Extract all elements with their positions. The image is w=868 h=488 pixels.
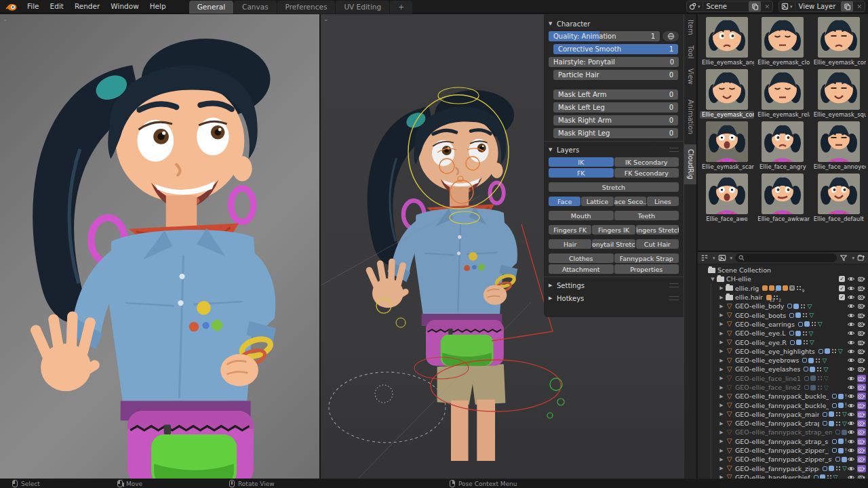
camera-toggle[interactable] <box>857 348 866 355</box>
datablock-name[interactable]: GEO-ellie_fannypack_strap <box>735 420 819 427</box>
camera-toggle[interactable] <box>857 357 866 364</box>
scene-unlink-button[interactable]: ✕ <box>762 3 772 10</box>
datablock-name[interactable]: GEO-ellie_boots <box>735 312 786 319</box>
eye-icon[interactable] <box>847 357 855 364</box>
rig-property-button[interactable]: Quality: Animation1 <box>549 31 660 41</box>
layer-button[interactable]: Clothes <box>549 253 614 263</box>
scene-icon[interactable]: ▾ <box>687 3 703 10</box>
outliner-row[interactable]: ▶ ▽ GEO-ellie_face_line2 ▽ ✓ <box>698 383 868 392</box>
datablock-name[interactable]: GEO-ellie_fannypack_main <box>735 411 819 418</box>
expander-icon[interactable]: ▶ <box>718 340 725 345</box>
datablock-name[interactable]: CH-ellie <box>726 275 751 283</box>
eye-icon[interactable] <box>847 293 855 301</box>
outliner-row[interactable]: ▶ ▽ GEO-ellie_fannypack_strap_end ✓ <box>698 428 868 436</box>
view-layer-selector[interactable]: ▾ View Layer ✕ <box>778 1 865 12</box>
datablock-name[interactable]: GEO-ellie_eye.L <box>735 329 786 337</box>
datablock-name[interactable]: GEO-ellie_fannypack_zippers <box>735 465 819 472</box>
camera-toggle[interactable] <box>857 365 866 373</box>
eye-icon[interactable] <box>847 302 855 310</box>
asset-thumbnail[interactable] <box>762 174 804 214</box>
datablock-name[interactable]: GEO-ellie_eye.R <box>735 339 787 346</box>
eye-icon[interactable] <box>847 447 855 454</box>
eye-icon[interactable] <box>847 420 855 427</box>
blender-logo-icon[interactable] <box>5 2 18 12</box>
camera-toggle[interactable] <box>857 474 866 479</box>
camera-toggle[interactable] <box>857 392 866 400</box>
outliner-row[interactable]: ▼ CH-ellie ✓ <box>698 274 868 283</box>
camera-toggle[interactable] <box>857 329 866 337</box>
asset-item[interactable]: Ellie_eyemask_relax... <box>755 69 810 119</box>
render-preview-editor[interactable]: ⌄ <box>0 14 320 479</box>
outliner-row[interactable]: ▶ ▽ GEO-ellie_fannypack_buckle_int ! ✓ <box>698 401 868 409</box>
asset-thumbnail[interactable] <box>706 69 748 110</box>
workspace-tab[interactable]: + <box>390 1 412 14</box>
mask-button[interactable]: Mask Left Arm0 <box>553 89 678 100</box>
outliner-row[interactable]: ▶ ellie.rig ✕ ✓ <box>698 284 868 293</box>
asset-thumbnail[interactable] <box>706 174 748 214</box>
camera-toggle[interactable] <box>857 339 866 346</box>
outliner-row[interactable]: ▶ ellie.hair ✓ <box>698 293 868 302</box>
expander-icon[interactable]: ▶ <box>718 403 725 408</box>
layer-button[interactable]: Hair <box>549 239 591 249</box>
workspace-tab[interactable]: Preferences <box>277 1 336 14</box>
eye-icon[interactable] <box>847 455 855 463</box>
eye-icon[interactable] <box>847 392 855 400</box>
globe-icon[interactable] <box>663 31 679 41</box>
asset-thumbnail[interactable] <box>706 17 748 58</box>
menu-edit[interactable]: Edit <box>45 0 69 13</box>
outliner-row[interactable]: ▶ ▽ GEO-ellie_fannypack_strap ▽ ✓ <box>698 419 868 428</box>
datablock-name[interactable]: GEO-ellie_eyebrows <box>735 357 799 364</box>
eye-icon[interactable] <box>847 348 855 355</box>
expander-icon[interactable]: ▶ <box>718 394 725 399</box>
display-mode-icon[interactable] <box>718 254 726 262</box>
outliner-row[interactable]: ▶ ▽ GEO-ellie_earrings ▽ ✓ <box>698 320 868 329</box>
section-header-hotkeys[interactable]: ▶ Hotkeys <box>549 293 679 304</box>
expander-icon[interactable]: ▶ <box>718 321 725 327</box>
layer-button[interactable]: Fingers FK <box>549 225 591 235</box>
eye-icon[interactable] <box>847 465 855 472</box>
sidebar-tab-view[interactable]: View <box>684 64 697 89</box>
expander-icon[interactable]: ▶ <box>718 285 725 291</box>
expander-icon[interactable]: ▶ <box>718 312 725 318</box>
expander-icon[interactable]: ▶ <box>718 457 725 462</box>
outliner-row[interactable]: Scene Collection ✓ <box>698 266 868 274</box>
datablock-name[interactable]: GEO-ellie_fannypack_buckle_int <box>735 402 829 409</box>
checkbox-icon[interactable]: ✓ <box>839 276 845 282</box>
layer-button[interactable]: Lattice <box>581 197 613 206</box>
view-layer-icon[interactable]: ▾ <box>779 3 795 10</box>
expander-icon[interactable]: ▶ <box>718 385 725 390</box>
layer-button[interactable]: Lines <box>647 197 679 206</box>
asset-item[interactable]: Ellie_face_default <box>811 174 867 223</box>
sidebar-tab-tool[interactable]: Tool <box>684 41 697 63</box>
expander-icon[interactable]: ▼ <box>709 277 716 282</box>
datablock-name[interactable]: GEO-ellie_fannypack_strap_slide <box>735 438 829 445</box>
expander-icon[interactable]: ▶ <box>718 331 725 336</box>
expander-icon[interactable]: ▶ <box>718 375 725 381</box>
expander-icon[interactable]: ▶ <box>718 411 725 417</box>
eye-icon[interactable] <box>847 329 855 337</box>
expander-icon[interactable]: ▶ <box>718 439 725 444</box>
mask-button[interactable]: Mask Right Leg0 <box>553 128 678 138</box>
workspace-tab[interactable]: Canvas <box>234 1 277 14</box>
view-layer-remove-button[interactable]: ✕ <box>854 3 865 10</box>
sidebar-tab-item[interactable]: Item <box>684 15 697 40</box>
camera-toggle[interactable] <box>857 375 866 382</box>
scene-copy-button[interactable] <box>749 1 761 12</box>
asset-thumbnail[interactable] <box>762 121 804 162</box>
outliner-row[interactable]: ▶ ▽ GEO-ellie_fannypack_strap_slide ! ✓ <box>698 437 868 446</box>
layer-button[interactable]: Face <box>549 197 580 206</box>
datablock-name[interactable]: GEO-ellie_face_line2 <box>735 384 801 391</box>
layer-button[interactable]: FK Secondary <box>614 168 679 178</box>
scene-name[interactable]: Scene <box>703 3 749 10</box>
asset-thumbnail[interactable] <box>818 174 860 214</box>
layer-button[interactable]: Face Seco... <box>614 197 646 206</box>
expander-icon[interactable]: ▶ <box>718 295 725 300</box>
eye-icon[interactable] <box>847 339 855 346</box>
eye-icon[interactable] <box>847 384 855 391</box>
outliner-row[interactable]: ▶ ▽ GEO-ellie_fannypack_zipper_stop ✓ <box>698 455 868 464</box>
datablock-name[interactable]: GEO-ellie_fannypack_zipper_pull <box>735 447 829 454</box>
asset-item[interactable]: Ellie_eyemask_squint <box>811 69 867 119</box>
expander-icon[interactable]: ▶ <box>718 430 725 435</box>
asset-item[interactable]: Ellie_face_angry <box>755 121 810 171</box>
camera-toggle[interactable] <box>857 285 866 292</box>
